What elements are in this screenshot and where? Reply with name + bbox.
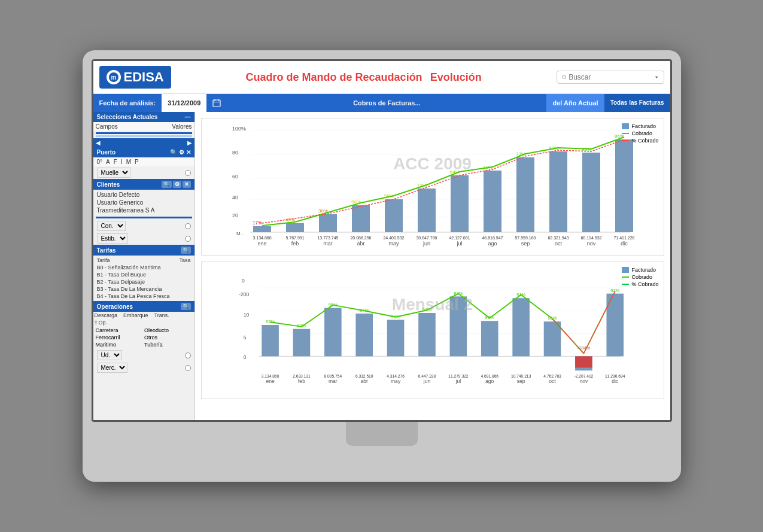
tarifa-row-3[interactable]: B3 - Tasa De La Mercancía [96,285,192,293]
tarifas-search-icon[interactable]: 🔍 [181,247,191,254]
puerto-options-row: 0° A F I M P [93,157,194,166]
con-row: Con. [93,220,194,232]
svg-text:jul: jul [456,241,462,247]
header: m EDISA Cuadro de Mando de Recaudación E… [93,61,670,94]
tarifa-row-0[interactable]: B0 - Señalización Maritima [96,264,192,271]
muelle-row: Muelle [93,166,194,179]
svg-text:24.400.532: 24.400.532 [383,236,404,240]
svg-rect-89 [575,356,592,367]
svg-rect-25 [418,189,436,232]
svg-text:mar: mar [328,378,337,384]
estib-select[interactable]: Estib. [97,233,128,244]
cliente-item-1[interactable]: Usuario Generico [97,199,191,206]
tarifa-row-1[interactable]: B1 - Tasa Del Buque [96,271,192,278]
sidebar-nav[interactable]: ◀ ▶ [93,138,194,147]
svg-text:oct: oct [549,378,556,384]
app-container: m EDISA Cuadro de Mando de Recaudación E… [93,61,670,420]
ud-row: Ud. [93,349,194,361]
svg-text:feb: feb [291,241,299,247]
merc-radio[interactable] [185,365,191,371]
campos-valores-row: Campos Valores [93,122,194,131]
svg-text:3.134.860: 3.134.860 [253,236,271,240]
clientes-search-icon[interactable]: 🔍 [162,181,172,188]
ops-data-row: T.Op. [93,319,194,326]
svg-text:jun: jun [422,241,430,247]
svg-text:5: 5 [243,335,246,341]
svg-text:jul: jul [455,378,461,384]
svg-text:71.411.226: 71.411.226 [613,236,634,240]
ud-radio[interactable] [185,352,191,358]
svg-text:may: may [391,378,401,384]
minus-icon[interactable]: — [185,114,191,120]
con-radio[interactable] [185,223,191,229]
tarifa-row-4[interactable]: B4 - Tasa De La Pesca Fresca [96,293,192,300]
fecha-label: Fecha de análisis: [93,94,162,112]
svg-text:oct: oct [554,241,562,247]
ud-select[interactable]: Ud. [97,350,122,360]
clientes-bar [96,217,192,218]
calendar-icon[interactable] [206,94,227,112]
svg-rect-30 [582,153,600,232]
svg-point-2 [562,75,565,78]
pct2-red-line [552,291,615,354]
chart1-svg: 100% 80 60 40 20 M... [205,121,661,241]
chart2-svg: 0 -200 10 5 0 [205,265,661,385]
svg-text:8.005.754: 8.005.754 [324,374,342,378]
cliente-item-2[interactable]: Trasmediterranea S A [97,206,191,214]
puerto-settings-icon[interactable]: ⚙ [179,149,184,156]
svg-rect-82 [418,313,436,356]
nav-left[interactable]: ◀ [96,139,101,146]
main-area: Selecciones Actuales — Campos Valores ◀ … [93,112,670,420]
estib-radio[interactable] [185,236,191,242]
svg-text:62.321.943: 62.321.943 [548,236,569,240]
svg-rect-77 [262,325,279,356]
merc-select[interactable]: Merc. [97,363,127,373]
svg-text:dic: dic [612,378,619,384]
svg-rect-78 [293,329,310,357]
svg-rect-79 [324,308,342,356]
svg-text:sep: sep [516,378,525,384]
svg-text:60: 60 [232,174,238,180]
fecha-value: 31/12/2009 [162,94,206,112]
legend-line-cobrado [622,133,629,134]
svg-text:100%: 100% [232,126,246,132]
svg-text:-2.207.412: -2.207.412 [574,374,593,378]
search-box [557,71,664,84]
tarifa-row-2[interactable]: B2 - Tasa Delpasaje [96,278,192,285]
svg-text:5.767.991: 5.767.991 [285,236,304,240]
svg-rect-22 [319,214,337,232]
svg-text:nov: nov [579,378,588,384]
puerto-close-icon[interactable]: ✕ [186,149,191,156]
svg-text:4.691.866: 4.691.866 [481,374,498,378]
svg-text:ago: ago [485,378,494,384]
legend-line-pct [622,140,629,141]
clientes-settings-icon[interactable]: ⚙ [173,181,181,188]
muelle-radio[interactable] [185,170,191,176]
clientes-close-icon[interactable]: ✕ [183,181,191,188]
puerto-search-icon[interactable]: 🔍 [170,149,177,156]
svg-text:6.447.228: 6.447.228 [418,374,436,378]
operaciones-header: Operaciones 🔍 [93,301,194,312]
nav-right[interactable]: ▶ [187,139,192,146]
svg-text:feb: feb [297,378,305,384]
svg-text:30.847.760: 30.847.760 [416,236,437,240]
svg-text:jun: jun [422,378,430,384]
todas-label[interactable]: Todas las Facturas [604,94,670,112]
search-input[interactable] [569,73,652,81]
logo-icon: m [107,70,121,84]
muelle-select[interactable]: Muelle [97,168,130,178]
svg-rect-28 [516,157,534,232]
svg-text:0: 0 [243,354,246,360]
logo-text: EDISA [124,69,164,85]
selecciones-header: Selecciones Actuales — [93,112,194,122]
svg-rect-26 [451,175,469,232]
svg-text:3.134.860: 3.134.860 [261,374,279,378]
dropdown-icon[interactable] [655,74,658,80]
svg-rect-24 [385,199,403,232]
con-select[interactable]: Con. [97,221,126,231]
operaciones-search-icon[interactable]: 🔍 [181,303,191,310]
selection-bar2 [96,135,192,137]
svg-text:4.762.783: 4.762.783 [543,374,561,378]
svg-text:mar: mar [323,241,333,247]
cliente-item-0[interactable]: Usuario Defecto [97,191,191,199]
